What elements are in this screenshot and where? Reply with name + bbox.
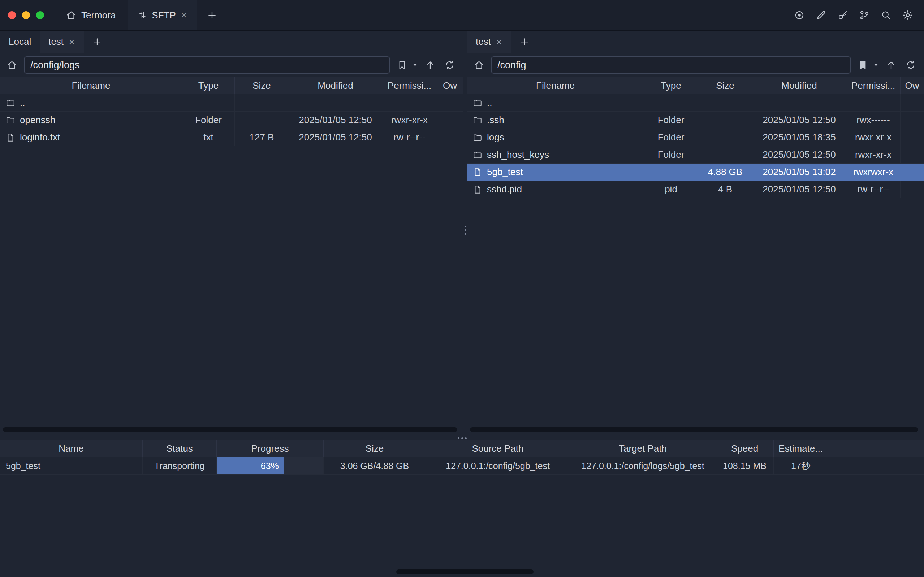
- file-panes-split: Local test ×: [0, 31, 924, 436]
- file-size: [698, 94, 752, 111]
- right-path-bar: [467, 53, 924, 77]
- tab-right-session-close-icon[interactable]: ×: [496, 37, 503, 47]
- file-name-cell: 5gb_test: [467, 164, 644, 181]
- file-name-cell: ..: [467, 94, 644, 111]
- left-col-size[interactable]: Size: [235, 77, 289, 94]
- transfer-col-source[interactable]: Source Path: [426, 440, 570, 458]
- file-modified: 2025/01/05 12:50: [289, 129, 382, 146]
- transfer-source-path: 127.0.0.1:/config/5gb_test: [426, 458, 570, 475]
- tab-sftp-close-icon[interactable]: ×: [181, 10, 187, 21]
- file-size: [698, 111, 752, 129]
- right-horizontal-scrollbar[interactable]: [470, 427, 918, 432]
- file-owner: [900, 129, 924, 146]
- transfer-splitter[interactable]: [0, 436, 924, 440]
- file-name: logs: [487, 132, 504, 143]
- left-col-permissions[interactable]: Permissi...: [382, 77, 437, 94]
- file-owner: [900, 164, 924, 181]
- file-name-cell: logs: [467, 129, 644, 146]
- left-bookmark-dropdown-icon[interactable]: [412, 62, 418, 68]
- pane-splitter[interactable]: [463, 31, 467, 436]
- file-modified: 2025/01/05 12:50: [752, 181, 847, 198]
- tab-local[interactable]: Local: [0, 31, 40, 53]
- right-refresh-icon[interactable]: [903, 57, 918, 73]
- right-bookmark-dropdown-icon[interactable]: [873, 62, 879, 68]
- file-name: openssh: [20, 114, 55, 126]
- titlebar-toolbar: [792, 0, 924, 30]
- left-up-directory-icon[interactable]: [422, 57, 438, 73]
- edit-icon[interactable]: [814, 8, 828, 22]
- branch-icon[interactable]: [858, 8, 871, 22]
- file-owner: [437, 129, 463, 146]
- left-path-bar: [0, 53, 463, 77]
- left-col-modified[interactable]: Modified: [289, 77, 382, 94]
- left-file-table: Filename Type Size Modified Permissi... …: [0, 77, 463, 146]
- transfer-col-size[interactable]: Size: [324, 440, 426, 458]
- record-icon[interactable]: [792, 8, 806, 22]
- file-name: loginfo.txt: [20, 132, 60, 143]
- file-name: sshd.pid: [487, 184, 522, 195]
- right-home-icon[interactable]: [471, 57, 487, 73]
- file-name: 5gb_test: [487, 166, 523, 178]
- right-path-input[interactable]: [491, 56, 851, 74]
- left-refresh-icon[interactable]: [442, 57, 457, 73]
- left-path-input[interactable]: [24, 56, 390, 74]
- transfer-col-progress[interactable]: Progress: [217, 440, 324, 458]
- left-bookmark-icon[interactable]: [395, 57, 410, 73]
- left-home-icon[interactable]: [4, 57, 19, 73]
- transfer-col-speed[interactable]: Speed: [716, 440, 774, 458]
- settings-icon[interactable]: [901, 8, 914, 22]
- bottom-horizontal-scrollbar[interactable]: [396, 569, 534, 574]
- right-bookmark-icon[interactable]: [855, 57, 871, 73]
- zoom-window-button[interactable]: [36, 11, 44, 19]
- file-name: ..: [20, 97, 25, 108]
- file-permissions: rw-r--r--: [382, 129, 437, 146]
- file-name-cell: loginfo.txt: [0, 129, 182, 146]
- key-icon[interactable]: [836, 8, 850, 22]
- left-col-owner[interactable]: Ow: [437, 77, 463, 94]
- tab-left-session-label: test: [48, 36, 64, 47]
- home-icon: [66, 10, 77, 21]
- left-col-filename[interactable]: Filename: [0, 77, 182, 94]
- right-up-directory-icon[interactable]: [884, 57, 899, 73]
- folder-icon: [473, 133, 482, 142]
- transfer-target-path: 127.0.0.1:/config/logs/5gb_test: [570, 458, 716, 475]
- traffic-lights: [0, 0, 53, 30]
- close-window-button[interactable]: [8, 11, 16, 19]
- minimize-window-button[interactable]: [22, 11, 30, 19]
- tab-local-label: Local: [9, 36, 31, 47]
- file-size: 127 B: [235, 129, 289, 146]
- file-icon: [6, 133, 15, 142]
- file-owner: [900, 181, 924, 198]
- file-type: Folder: [182, 111, 235, 129]
- right-new-session-tab-button[interactable]: [511, 31, 538, 53]
- file-modified: 2025/01/05 18:35: [752, 129, 847, 146]
- file-size: [235, 111, 289, 129]
- left-col-type[interactable]: Type: [182, 77, 235, 94]
- transfer-col-name[interactable]: Name: [0, 440, 143, 458]
- right-col-type[interactable]: Type: [644, 77, 698, 94]
- transfer-col-status[interactable]: Status: [143, 440, 217, 458]
- file-name-cell: ..: [0, 94, 182, 111]
- left-horizontal-scrollbar[interactable]: [3, 427, 457, 432]
- right-col-modified[interactable]: Modified: [752, 77, 847, 94]
- transfer-status: Transporting: [143, 458, 217, 475]
- search-icon[interactable]: [879, 8, 893, 22]
- right-col-filename[interactable]: Filename: [467, 77, 644, 94]
- tab-right-session[interactable]: test ×: [467, 31, 511, 53]
- right-col-permissions[interactable]: Permissi...: [847, 77, 900, 94]
- transfer-col-estimate[interactable]: Estimate...: [774, 440, 828, 458]
- tab-left-session[interactable]: test ×: [40, 31, 84, 53]
- tab-left-session-close-icon[interactable]: ×: [68, 37, 75, 47]
- file-type: Folder: [644, 129, 698, 146]
- transfer-col-filler: [828, 440, 924, 458]
- file-permissions: rwxr-xr-x: [847, 129, 900, 146]
- transfer-col-target[interactable]: Target Path: [570, 440, 716, 458]
- app-home-tab[interactable]: Termora: [53, 0, 128, 30]
- transfer-size: 3.06 GB/4.88 GB: [324, 458, 426, 475]
- left-new-session-tab-button[interactable]: [84, 31, 111, 53]
- right-col-owner[interactable]: Ow: [900, 77, 924, 94]
- new-tab-button[interactable]: [197, 0, 227, 30]
- right-col-size[interactable]: Size: [698, 77, 752, 94]
- file-modified: 2025/01/05 12:50: [289, 111, 382, 129]
- tab-sftp[interactable]: SFTP ×: [128, 0, 197, 30]
